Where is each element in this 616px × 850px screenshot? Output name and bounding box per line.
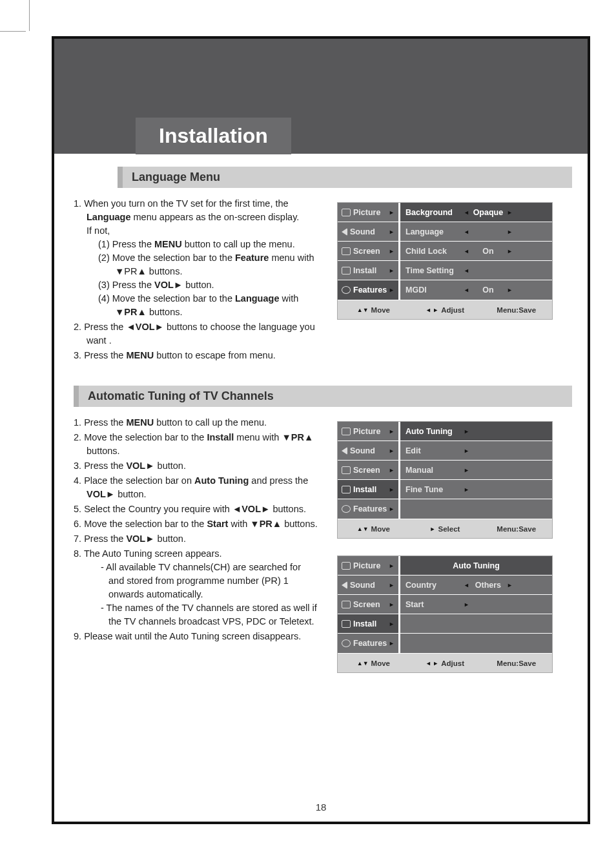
osd-footer: ▲▼Move ◄ ►Adjust Menu:Save (338, 300, 552, 319)
screen-icon (342, 601, 351, 608)
sound-icon (342, 228, 347, 236)
nav-screen[interactable]: Screen► (338, 242, 398, 261)
auto-tuning-text: Press the MENU button to call up the men… (74, 416, 319, 690)
page-frame: Installation Language Menu When you turn… (52, 36, 590, 824)
step-3: Press the MENU button to escape from men… (74, 349, 319, 362)
nav-features[interactable]: Features► (338, 280, 398, 300)
at-step-9: Please wait until the Auto Tuning screen… (74, 630, 319, 643)
nav-picture[interactable]: Picture► (338, 422, 398, 441)
nav-install[interactable]: Install► (338, 480, 398, 499)
at-step-4: Place the selection bar on Auto Tuning a… (74, 474, 319, 501)
row-country[interactable]: Country◄Others► (400, 575, 552, 595)
row-background[interactable]: Background◄Opaque► (400, 203, 552, 222)
heading-language-menu: Language Menu (118, 167, 572, 188)
install-icon (342, 620, 351, 628)
language-menu-text: When you turn on the TV set for the firs… (74, 197, 319, 364)
nav-picture[interactable]: Picture► (338, 203, 398, 222)
install-icon (342, 486, 351, 493)
nav-install[interactable]: Install► (338, 614, 398, 634)
row-language[interactable]: Language◄► (400, 222, 552, 242)
at-step-7: Press the VOL► button. (74, 532, 319, 546)
features-icon (342, 286, 351, 294)
nav-sound[interactable]: Sound► (338, 575, 398, 595)
at-step-6: Move the selection bar to the Start with… (74, 517, 319, 531)
page-number: 18 (54, 802, 588, 813)
osd-nav: Picture► Sound► Screen► Install► Feature… (338, 203, 398, 300)
row-child-lock[interactable]: Child Lock◄On► (400, 242, 552, 261)
row-edit[interactable]: Edit► (400, 441, 552, 461)
nav-sound[interactable]: Sound► (338, 441, 398, 461)
sound-icon (342, 447, 347, 455)
nav-install[interactable]: Install► (338, 261, 398, 280)
substep-4: (4) Move the selection bar to the Langua… (98, 292, 319, 319)
at-bullet-2: - The names of the TV channels are store… (101, 601, 319, 628)
row-empty (400, 614, 552, 634)
title-box: Installation (136, 118, 291, 154)
substep-3: (3) Press the VOL► button. (98, 278, 319, 292)
heading-auto-tuning: Automatic Tuning of TV Channels (74, 386, 572, 407)
at-step-5: Select the Country you require with ◄VOL… (74, 503, 319, 516)
osd-footer: ▲▼Move ◄ ►Adjust Menu:Save (338, 653, 552, 672)
at-step-3: Press the VOL► button. (74, 459, 319, 473)
nav-features[interactable]: Features► (338, 634, 398, 653)
row-auto-tuning[interactable]: Auto Tuning► (400, 422, 552, 441)
crop-mark-left (0, 31, 26, 32)
at-bullet-1: - All available TV channels(CH) are sear… (101, 561, 319, 601)
step-2: Press the ◄VOL► buttons to choose the la… (74, 320, 319, 347)
install-icon (342, 267, 351, 275)
substep-2: (2) Move the selection bar to the Featur… (98, 251, 319, 278)
at-step-2: Move the selection bar to the Install me… (74, 431, 319, 458)
row-fine-tune[interactable]: Fine Tune► (400, 480, 552, 499)
nav-screen[interactable]: Screen► (338, 595, 398, 614)
osd-footer: ▲▼Move ►Select Menu:Save (338, 519, 552, 538)
row-mgdi[interactable]: MGDI◄On► (400, 280, 552, 300)
picture-icon (342, 562, 351, 570)
screen-icon (342, 247, 351, 255)
step-1: When you turn on the TV set for the firs… (74, 197, 319, 319)
osd-features-menu: Picture► Sound► Screen► Install► Feature… (337, 202, 553, 320)
osd-install-menu: Picture► Sound► Screen► Install► Feature… (337, 421, 553, 539)
at-step-8: The Auto Tuning screen appears. - All av… (74, 547, 319, 628)
nav-sound[interactable]: Sound► (338, 222, 398, 242)
picture-icon (342, 428, 351, 435)
at-step-1: Press the MENU button to call up the men… (74, 416, 319, 430)
features-icon (342, 639, 351, 647)
row-time-setting[interactable]: Time Setting◄ (400, 261, 552, 280)
row-manual[interactable]: Manual► (400, 461, 552, 480)
nav-picture[interactable]: Picture► (338, 556, 398, 575)
nav-screen[interactable]: Screen► (338, 461, 398, 480)
row-auto-tuning-title: Auto Tuning (400, 556, 552, 575)
picture-icon (342, 209, 351, 216)
row-start[interactable]: Start► (400, 595, 552, 614)
row-empty (400, 499, 552, 519)
osd-auto-tuning-menu: Picture► Sound► Screen► Install► Feature… (337, 555, 553, 673)
nav-features[interactable]: Features► (338, 499, 398, 519)
sound-icon (342, 581, 347, 589)
substep-1: (1) Press the MENU button to call up the… (98, 238, 319, 251)
crop-mark-top (29, 0, 30, 31)
page-title: Installation (159, 124, 268, 148)
header-band: Installation (54, 39, 588, 154)
row-empty (400, 634, 552, 653)
screen-icon (342, 466, 351, 474)
features-icon (342, 505, 351, 513)
